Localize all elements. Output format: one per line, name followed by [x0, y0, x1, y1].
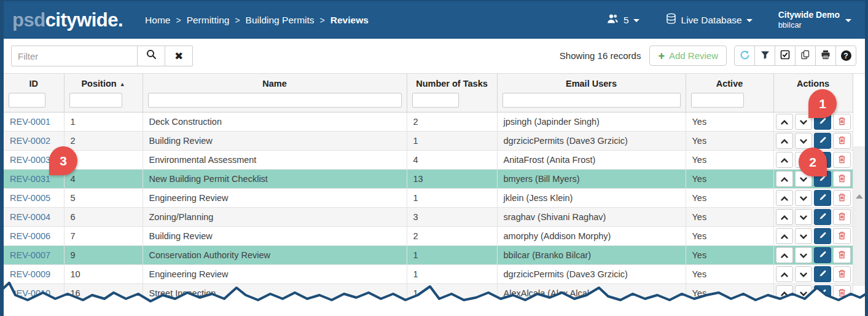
tasks-cell: 1	[407, 189, 497, 208]
delete-button[interactable]	[833, 247, 850, 263]
email-filter-input[interactable]	[502, 93, 681, 108]
refresh-button[interactable]	[734, 45, 755, 66]
review-id-link[interactable]: REV-0004	[10, 212, 50, 222]
caret-down-icon	[845, 19, 851, 22]
edit-button[interactable]	[814, 285, 831, 301]
breadcrumb-building-permits[interactable]: Building Permits	[246, 15, 315, 26]
review-id-link[interactable]: REV-0003	[10, 155, 50, 165]
column-header-tasks[interactable]: Number of Tasks	[407, 74, 497, 93]
move-up-button[interactable]	[776, 190, 793, 206]
edit-button[interactable]	[814, 133, 831, 149]
name-filter-input[interactable]	[148, 93, 402, 108]
move-down-button[interactable]	[795, 133, 812, 149]
column-header-email-users[interactable]: Email Users	[497, 74, 686, 93]
move-up-button[interactable]	[776, 152, 793, 168]
user-menu[interactable]: Citywide Demo bbilcar	[778, 10, 851, 31]
column-label: ID	[29, 79, 39, 89]
add-review-button[interactable]: + Add Review	[649, 45, 727, 66]
filter-toggle-button[interactable]	[754, 45, 775, 66]
id-filter-input[interactable]	[9, 93, 45, 108]
help-button[interactable]: ?	[835, 45, 856, 66]
edit-button[interactable]	[814, 190, 831, 206]
delete-button[interactable]	[833, 114, 850, 130]
pencil-icon	[819, 231, 827, 241]
tasks-cell: 4	[407, 151, 497, 170]
search-button[interactable]	[137, 45, 165, 66]
vertical-scrollbar[interactable]	[853, 146, 865, 286]
breadcrumb-home[interactable]: Home	[145, 15, 170, 26]
delete-button[interactable]	[833, 228, 850, 244]
edit-button[interactable]	[814, 247, 831, 263]
filter-input[interactable]	[11, 45, 138, 66]
move-up-button[interactable]	[776, 247, 793, 263]
move-down-button[interactable]	[795, 285, 812, 301]
move-up-button[interactable]	[776, 171, 793, 187]
table-row[interactable]: REV-0003 3 Environmental Assessment 4 An…	[4, 151, 853, 170]
psd-citywide-logo[interactable]: psdcitywide.	[12, 9, 123, 31]
scroll-up-arrow[interactable]	[856, 194, 863, 199]
move-up-button[interactable]	[776, 228, 793, 244]
move-down-button[interactable]	[795, 228, 812, 244]
review-id-link[interactable]: REV-0010	[10, 288, 50, 298]
edit-button[interactable]	[814, 209, 831, 225]
column-header-position[interactable]: Position▲	[64, 74, 143, 93]
move-down-button[interactable]	[795, 190, 812, 206]
delete-button[interactable]	[833, 133, 850, 149]
position-filter-input[interactable]	[69, 93, 122, 108]
header-row: ID Position▲ Name Number of Tasks Email …	[4, 74, 853, 93]
session-users-dropdown[interactable]: 5	[606, 14, 639, 26]
column-header-name[interactable]: Name	[143, 74, 407, 93]
column-header-active[interactable]: Active	[686, 74, 773, 93]
move-down-button[interactable]	[795, 266, 812, 282]
move-up-button[interactable]	[776, 285, 793, 301]
chevron-up-icon	[781, 213, 788, 222]
edit-button[interactable]	[814, 266, 831, 282]
email-users-cell: sraghav (Shivani Raghav)	[497, 208, 686, 227]
delete-button[interactable]	[833, 152, 850, 168]
delete-button[interactable]	[833, 190, 850, 206]
move-up-button[interactable]	[776, 266, 793, 282]
email-users-cell: amorphy (Addison Morphy)	[497, 227, 686, 246]
review-id-link[interactable]: REV-0001	[10, 117, 50, 127]
table-row[interactable]: REV-0001 1 Deck Construction 2 jpsingh (…	[4, 113, 853, 132]
clear-filter-button[interactable]: ✖	[165, 45, 193, 66]
pencil-icon	[819, 288, 827, 298]
breadcrumb-permitting[interactable]: Permitting	[187, 15, 230, 26]
filter-bar: ✖ Showing 16 records + Add Review	[4, 39, 865, 74]
review-id-link[interactable]: REV-0005	[10, 193, 50, 203]
table-row[interactable]: REV-0007 9 Conservation Authority Review…	[4, 246, 853, 265]
review-id-link[interactable]: REV-0002	[10, 136, 50, 146]
delete-button[interactable]	[833, 209, 850, 225]
move-up-button[interactable]	[776, 114, 793, 130]
caret-down-icon	[633, 19, 639, 22]
active-cell: Yes	[686, 208, 773, 227]
delete-button[interactable]	[833, 266, 850, 282]
database-dropdown[interactable]: Live Database	[665, 13, 753, 27]
review-id-link[interactable]: REV-0009	[10, 269, 50, 279]
tasks-filter-input[interactable]	[412, 93, 459, 108]
table-row[interactable]: REV-0010 16 Street Inspection 1 AlexAlca…	[4, 284, 853, 303]
select-columns-button[interactable]	[775, 45, 796, 66]
move-down-button[interactable]	[795, 247, 812, 263]
copy-button[interactable]	[795, 45, 816, 66]
column-header-id[interactable]: ID	[4, 74, 64, 93]
delete-button[interactable]	[833, 171, 850, 187]
active-filter-input[interactable]	[691, 93, 744, 108]
review-id-link[interactable]: REV-0007	[10, 250, 50, 260]
delete-button[interactable]	[833, 285, 850, 301]
name-cell: New Building Permit Checklist	[143, 170, 407, 189]
table-row[interactable]: REV-0031 4 New Building Permit Checklist…	[4, 170, 853, 189]
table-row[interactable]: REV-0005 5 Engineering Review 1 jklein (…	[4, 189, 853, 208]
move-down-button[interactable]	[795, 209, 812, 225]
move-up-button[interactable]	[776, 133, 793, 149]
review-id-link[interactable]: REV-0006	[10, 231, 50, 241]
edit-button[interactable]	[814, 228, 831, 244]
chevron-up-icon	[781, 156, 788, 165]
table-row[interactable]: REV-0006 7 Building Review 2 amorphy (Ad…	[4, 227, 853, 246]
print-button[interactable]	[815, 45, 836, 66]
table-row[interactable]: REV-0009 10 Engineering Review 1 dgrzici…	[4, 265, 853, 284]
move-up-button[interactable]	[776, 209, 793, 225]
review-id-link[interactable]: REV-0031	[10, 174, 50, 184]
table-row[interactable]: REV-0004 6 Zoning/Planning 3 sraghav (Sh…	[4, 208, 853, 227]
table-row[interactable]: REV-0002 2 Building Review 1 dgrzicicPer…	[4, 132, 853, 151]
